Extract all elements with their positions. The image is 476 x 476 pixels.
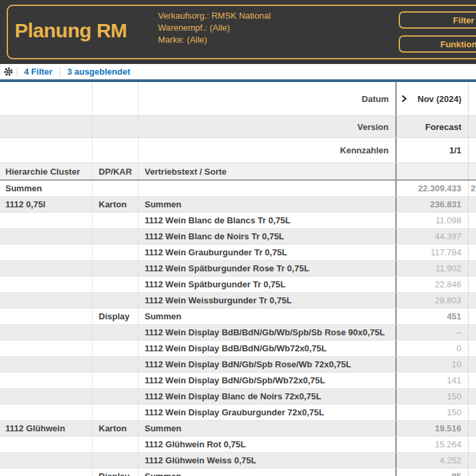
meta-value-cell[interactable]: Forecast: [395, 116, 469, 137]
overflow-value-cell: [469, 213, 476, 228]
overflow-value-cell: [469, 389, 476, 404]
dpkar-cell: Karton: [93, 197, 139, 212]
meta-empty-cell-1: [0, 116, 93, 137]
value-cell[interactable]: 236.831: [395, 197, 469, 212]
product-cell: Summen: [139, 421, 395, 436]
filter-bar-divider: [17, 67, 17, 77]
cluster-cell: [0, 245, 93, 260]
meta-empty-cell-2: [93, 116, 139, 137]
cluster-cell: [0, 293, 93, 308]
value-cell[interactable]: 117.784: [395, 245, 469, 260]
meta-value-cell[interactable]: Nov (2024): [395, 82, 469, 115]
overflow-value-cell: [469, 437, 476, 452]
overflow-value-cell: [469, 229, 476, 244]
filter-count-link[interactable]: 4 Filter: [24, 67, 53, 77]
page-title: Planung RM: [15, 19, 127, 42]
table-row: 1112 Wein Blanc de Blancs Tr 0,75L 11.09…: [0, 213, 476, 229]
dpkar-cell: [93, 261, 139, 276]
dpkar-cell: [93, 405, 139, 420]
info-line-verkaufsorg: Verkaufsorg.: RMSK National: [158, 10, 271, 22]
overflow-value-cell: [469, 261, 476, 276]
cluster-cell: [0, 357, 93, 372]
meta-empty-cell-1: [0, 82, 93, 115]
value-cell[interactable]: 150: [395, 389, 469, 404]
expand-chevron-icon[interactable]: [401, 95, 407, 103]
meta-label-cell: Kennzahlen: [139, 138, 395, 163]
value-cell[interactable]: 28.803: [395, 293, 469, 308]
product-cell: [139, 181, 395, 196]
header-filter-info: Verkaufsorg.: RMSK National Warenempf.: …: [158, 10, 271, 46]
value-cell[interactable]: 10: [395, 357, 469, 372]
meta-row-datum: Datum Nov (2024): [0, 82, 476, 116]
hidden-count-link[interactable]: 3 ausgeblendet: [67, 67, 131, 77]
cluster-cell: [0, 405, 93, 420]
overflow-value-cell: [469, 277, 476, 292]
column-header-vertriebstext[interactable]: Vertriebstext / Sorte: [139, 163, 395, 179]
table-row: Summen 22.309.433 2: [0, 181, 476, 197]
column-header-hierarchie-cluster[interactable]: Hierarchie Cluster: [0, 163, 93, 179]
table-row: 1112 Wein Spätburgunder Tr 0,75L 22.846: [0, 277, 476, 293]
dpkar-cell: [93, 293, 139, 308]
meta-row-kennzahlen: Kennzahlen 1/1: [0, 138, 476, 163]
value-cell[interactable]: 451: [395, 309, 469, 324]
value-cell[interactable]: 4.252: [395, 453, 469, 468]
value-cell[interactable]: –: [395, 325, 469, 340]
table-row: 1112 Wein Display Blanc de Noirs 72x0,75…: [0, 389, 476, 405]
filter-button[interactable]: Filter: [399, 11, 476, 29]
meta-value-text: 1/1: [449, 145, 461, 155]
overflow-value-cell: [469, 245, 476, 260]
cluster-cell: [0, 261, 93, 276]
meta-value-cell[interactable]: 1/1: [395, 138, 469, 163]
meta-overflow-cell: [469, 82, 476, 115]
product-cell: 1112 Glühwein Rot 0,75L: [139, 437, 395, 452]
data-rows-group: Summen 22.309.433 2 1112 0,75l Karton Su…: [0, 181, 476, 476]
funktionen-button[interactable]: Funktionen: [399, 35, 476, 53]
info-line-warenempf: Warenempf.: (Alle): [158, 22, 271, 34]
table-row: 1112 Wein Display BdB/BdN/Gb/Wb72x0,75L …: [0, 341, 476, 357]
value-cell[interactable]: 15.264: [395, 437, 469, 452]
dpkar-cell: [93, 245, 139, 260]
product-cell: 1112 Wein Display Grauburgunder 72x0,75L: [139, 405, 395, 420]
cluster-cell: [0, 277, 93, 292]
value-cell[interactable]: 150: [395, 405, 469, 420]
table-row: 1112 Wein Grauburgunder Tr 0,75L 117.784: [0, 245, 476, 261]
column-header-dpkar[interactable]: DP/KAR: [93, 163, 139, 179]
table-row: 1112 Wein Display BdN/Gb/Spb Rose/Wb 72x…: [0, 357, 476, 373]
product-cell: 1112 Wein Display BdN/Gb/Spb/Wb72x0,75L: [139, 373, 395, 388]
meta-empty-cell-2: [93, 82, 139, 115]
planning-table: Datum Nov (2024) Version Forecast: [0, 82, 476, 476]
meta-value-text: Forecast: [425, 122, 461, 132]
cluster-cell: [0, 309, 93, 324]
table-row: 1112 Glühwein Weiss 0,75L 4.252: [0, 453, 476, 469]
value-cell[interactable]: 11.098: [395, 213, 469, 228]
overflow-value-cell: [469, 469, 476, 476]
meta-rows-group: Datum Nov (2024) Version Forecast: [0, 82, 476, 163]
dpkar-cell: [93, 213, 139, 228]
value-cell[interactable]: 11.902: [395, 261, 469, 276]
product-cell: 1112 Wein Grauburgunder Tr 0,75L: [139, 245, 395, 260]
value-cell[interactable]: 141: [395, 373, 469, 388]
value-cell[interactable]: 22.846: [395, 277, 469, 292]
dpkar-cell: [93, 453, 139, 468]
dpkar-cell: [93, 325, 139, 340]
value-cell[interactable]: 22.309.433: [395, 181, 469, 196]
table-row: 1112 0,75l Karton Summen 236.831: [0, 197, 476, 213]
gear-icon[interactable]: [3, 67, 13, 77]
product-cell: 1112 Wein Blanc de Blancs Tr 0,75L: [139, 213, 395, 228]
cluster-cell: [0, 469, 93, 476]
table-row: 1112 Wein Display Grauburgunder 72x0,75L…: [0, 405, 476, 421]
cluster-cell: [0, 453, 93, 468]
cluster-cell: [0, 341, 93, 356]
overflow-value-cell: [469, 453, 476, 468]
product-cell: 1112 Wein Spätburgunder Tr 0,75L: [139, 277, 395, 292]
value-cell[interactable]: 0: [395, 341, 469, 356]
meta-label-cell: Version: [139, 116, 395, 137]
value-cell[interactable]: 19.516: [395, 421, 469, 436]
overflow-value-cell: [469, 197, 476, 212]
dpkar-cell: [93, 229, 139, 244]
value-cell[interactable]: 85: [395, 469, 469, 476]
value-cell[interactable]: 44.397: [395, 229, 469, 244]
meta-label-cell: Datum: [139, 82, 395, 115]
cluster-cell: [0, 213, 93, 228]
cluster-cell: [0, 229, 93, 244]
